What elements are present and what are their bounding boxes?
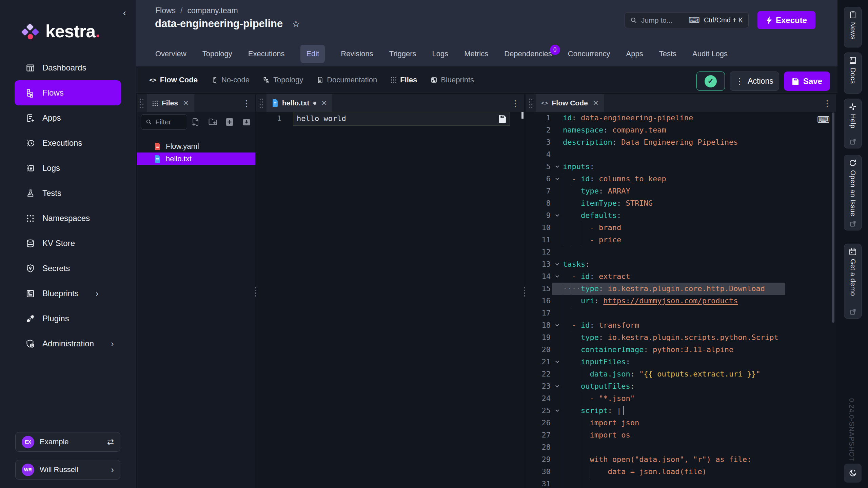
sidebar-item-secrets[interactable]: Secrets: [15, 256, 121, 281]
version-label: 0.24.0-SNAPSHOT: [848, 398, 855, 462]
sidebar-item-tests[interactable]: Tests: [15, 181, 121, 206]
view-mode-flow-code[interactable]: <>Flow Code: [149, 76, 198, 84]
tab-metrics[interactable]: Metrics: [464, 49, 488, 58]
flow-code-tab[interactable]: <> Flow Code ✕: [536, 94, 604, 112]
view-mode-files[interactable]: Files: [391, 76, 417, 84]
fold-chevron-icon[interactable]: [554, 273, 560, 280]
save-button[interactable]: Save: [784, 72, 830, 91]
rail-open-an-issue[interactable]: Open an Issue: [844, 155, 862, 230]
sidebar-item-dashboards[interactable]: Dashboards: [15, 55, 121, 80]
fold-chevron-icon[interactable]: [554, 212, 560, 219]
filter-input[interactable]: Filter: [141, 114, 187, 130]
theme-toggle-button[interactable]: [844, 464, 862, 483]
sidebar-item-plugins[interactable]: Plugins: [15, 306, 121, 331]
fold-chevron-icon[interactable]: [554, 261, 560, 267]
code-line-text: containerImage: python:3.11-alpine: [563, 344, 733, 356]
file-flow.yaml[interactable]: Flow.yaml: [137, 140, 255, 152]
tab-overview[interactable]: Overview: [155, 49, 186, 58]
code-line-text: namespace: company.team: [563, 124, 666, 136]
drag-handle-icon[interactable]: [139, 98, 144, 108]
close-icon[interactable]: ✕: [593, 99, 599, 107]
tab-executions[interactable]: Executions: [248, 49, 285, 58]
tab-topology[interactable]: Topology: [202, 49, 232, 58]
panel-splitter[interactable]: [255, 286, 257, 298]
rail-news[interactable]: News: [844, 7, 862, 47]
rail-get-a-demo[interactable]: Get a demo: [844, 244, 862, 319]
view-mode-blueprints[interactable]: Blueprints: [431, 76, 474, 84]
new-file-button[interactable]: [192, 118, 200, 126]
sidebar-item-blueprints[interactable]: Blueprints›: [15, 281, 121, 306]
sidebar-item-namespaces[interactable]: Namespaces: [15, 206, 121, 231]
line-number: 5: [526, 161, 551, 173]
view-mode-topology[interactable]: Topology: [263, 76, 303, 84]
tab-dependencies[interactable]: Dependencies0: [504, 49, 552, 58]
close-icon[interactable]: ✕: [321, 99, 327, 107]
sidebar-item-flows[interactable]: Flows: [15, 80, 121, 105]
nocode-icon: [211, 77, 218, 83]
line-number: 26: [526, 417, 551, 429]
keyboard-toggle-icon[interactable]: ⌨: [817, 115, 830, 125]
fold-chevron-icon[interactable]: [554, 407, 560, 414]
breadcrumb-namespace[interactable]: company.team: [187, 6, 238, 15]
files-panel-tab[interactable]: Files ✕: [147, 94, 194, 112]
code-line-text: type: io.kestra.plugin.scripts.python.Sc…: [563, 331, 778, 344]
tab-edit[interactable]: Edit: [300, 45, 325, 63]
file-hello.txt[interactable]: hello.txt: [137, 152, 255, 165]
editor-panel-menu-icon[interactable]: ⋮: [511, 99, 519, 108]
fold-chevron-icon[interactable]: [554, 163, 560, 170]
new-folder-button[interactable]: [209, 118, 217, 126]
code-scrollbar[interactable]: [832, 113, 834, 323]
user-menu[interactable]: WR Will Russell ›: [15, 460, 120, 480]
panel-splitter[interactable]: [524, 286, 526, 298]
import-button[interactable]: [242, 118, 251, 126]
fold-chevron-icon[interactable]: [554, 322, 560, 328]
sidebar-item-label: Tests: [42, 188, 61, 198]
tenant-label: Example: [40, 438, 102, 446]
tab-revisions[interactable]: Revisions: [341, 49, 373, 58]
tenant-switcher[interactable]: EX Example ⇄: [15, 432, 120, 452]
view-mode-no-code[interactable]: No-code: [211, 76, 250, 84]
add-button[interactable]: [225, 118, 234, 126]
rail-help[interactable]: Help: [844, 99, 862, 148]
files-panel-menu-icon[interactable]: ⋮: [242, 99, 251, 108]
text-editor[interactable]: 1 hello world: [256, 112, 524, 488]
fold-chevron-icon[interactable]: [554, 383, 560, 389]
breadcrumb: Flows / company.team: [155, 6, 238, 15]
close-icon[interactable]: ✕: [183, 99, 189, 107]
inline-save-icon[interactable]: [498, 115, 507, 123]
validation-check-button[interactable]: ✓: [696, 72, 725, 91]
drag-handle-icon[interactable]: [528, 98, 533, 108]
sidebar-item-executions[interactable]: Executions: [15, 130, 121, 156]
rail-docs[interactable]: Docs: [844, 53, 862, 94]
sidebar-item-logs[interactable]: Logs: [15, 156, 121, 181]
breadcrumb-flows[interactable]: Flows: [155, 6, 176, 15]
fold-chevron-icon[interactable]: [554, 176, 560, 182]
tab-concurrency[interactable]: Concurrency: [568, 49, 610, 58]
jump-to-search[interactable]: Jump to... ⌨ Ctrl/Cmd + K: [625, 12, 749, 28]
editor-scrollbar[interactable]: [521, 112, 524, 119]
actions-button[interactable]: ⋮ Actions: [730, 72, 779, 91]
rail-label: Open an Issue: [849, 170, 857, 217]
view-mode-documentation[interactable]: Documentation: [317, 76, 377, 84]
tab-tests[interactable]: Tests: [659, 49, 676, 58]
code-line-text: ····type: io.kestra.plugin.core.http.Dow…: [563, 283, 765, 295]
sidebar-collapse-icon[interactable]: ‹: [123, 7, 126, 18]
execute-button[interactable]: Execute: [757, 11, 815, 29]
flow-code-panel-menu-icon[interactable]: ⋮: [823, 99, 831, 108]
code-line-text: - id: extract: [563, 270, 630, 283]
fold-chevron-icon[interactable]: [554, 359, 560, 365]
search-placeholder: Jump to...: [641, 16, 685, 24]
sidebar-item-kv-store[interactable]: KV Store: [15, 231, 121, 256]
sidebar-item-apps[interactable]: Apps: [15, 105, 121, 130]
tab-apps[interactable]: Apps: [626, 49, 643, 58]
sidebar-item-administration[interactable]: Administration›: [15, 331, 121, 356]
line-number: 1: [526, 112, 551, 124]
sidebar-item-label: Flows: [42, 88, 64, 98]
tab-audit-logs[interactable]: Audit Logs: [692, 49, 728, 58]
favorite-star-icon[interactable]: ☆: [292, 18, 300, 29]
tab-logs[interactable]: Logs: [432, 49, 449, 58]
tab-triggers[interactable]: Triggers: [389, 49, 416, 58]
drag-handle-icon[interactable]: [259, 98, 264, 108]
yaml-editor[interactable]: 1id: data-engineering-pipeline2namespace…: [526, 112, 836, 488]
editor-tab-hello-txt[interactable]: hello.txt ✕: [267, 94, 332, 112]
